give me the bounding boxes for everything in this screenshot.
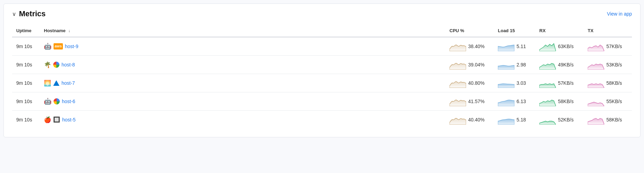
cpu-spark-svg (449, 115, 466, 125)
cpu-spark-svg (449, 60, 466, 70)
tx-spark-svg (588, 60, 604, 70)
tx-spark-svg (588, 115, 604, 125)
cpu-cell: 40.40% (445, 111, 494, 129)
uptime-cell: 9m 10s (12, 92, 40, 111)
rx-value: 52KB/s (558, 117, 574, 122)
rx-spark-svg (539, 60, 556, 70)
table-body: 9m 10s 🤖aws host-9 38.40% (12, 37, 632, 129)
table-row: 9m 10s 🤖aws host-9 38.40% (12, 37, 632, 56)
sunrise-icon: 🌅 (44, 80, 51, 86)
sort-icon-hostname: ↓ (68, 28, 70, 33)
cpu-spark-svg (449, 97, 466, 106)
col-header-hostname[interactable]: Hostname ↓ (40, 25, 445, 37)
rx-spark-svg (539, 78, 556, 88)
load15-cell: 2.98 (494, 56, 535, 74)
hostname-cell: 🌴 host-8 (40, 56, 445, 74)
hostname-link[interactable]: host-5 (62, 117, 76, 122)
tx-cell: 53KB/s (584, 56, 632, 74)
rx-value: 49KB/s (558, 62, 574, 67)
android-icon: 🤖 (44, 43, 51, 49)
load-spark-svg (498, 42, 514, 51)
rx-cell: 63KB/s (535, 37, 584, 56)
uptime-cell: 9m 10s (12, 111, 40, 129)
header-row: Uptime Hostname ↓ CPU % Load 15 RX TX (12, 25, 632, 37)
load15-value: 3.03 (517, 80, 526, 86)
apple-icon: 🍎 (44, 117, 51, 123)
cpu-spark-svg (449, 42, 466, 51)
hostname-cell: 🌅 host-7 (40, 74, 445, 92)
rx-value: 63KB/s (558, 44, 574, 49)
uptime-cell: 9m 10s (12, 37, 40, 56)
table-row: 9m 10s 🌅 host-7 40.80% (12, 74, 632, 92)
table-row: 9m 10s 🍎🔲 host-5 40.40% (12, 111, 632, 129)
col-header-tx: TX (584, 25, 632, 37)
rx-spark-svg (539, 42, 556, 51)
uptime-cell: 9m 10s (12, 56, 40, 74)
tx-value: 57KB/s (606, 44, 622, 49)
cpu-value: 40.80% (468, 80, 484, 86)
cpu-value: 38.40% (468, 44, 484, 49)
tx-value: 58KB/s (606, 117, 622, 122)
table-row: 9m 10s 🌴 host-8 39.04% (12, 56, 632, 74)
collapse-chevron[interactable]: ∨ (12, 11, 16, 17)
rx-cell: 58KB/s (535, 92, 584, 111)
table-header: Uptime Hostname ↓ CPU % Load 15 RX TX (12, 25, 632, 37)
tree-icon: 🌴 (44, 62, 51, 68)
panel-header: ∨ Metrics View in app (12, 9, 632, 18)
rx-cell: 57KB/s (535, 74, 584, 92)
cpu-spark-svg (449, 78, 466, 88)
col-header-uptime: Uptime (12, 25, 40, 37)
hostname-link[interactable]: host-7 (61, 80, 75, 86)
uptime-cell: 9m 10s (12, 74, 40, 92)
hostname-cell: 🍎🔲 host-5 (40, 111, 445, 129)
aws-icon: aws (54, 43, 63, 49)
rx-value: 57KB/s (558, 80, 574, 86)
load-spark-svg (498, 97, 514, 106)
tx-value: 58KB/s (606, 80, 622, 86)
tx-cell: 55KB/s (584, 92, 632, 111)
header-left: ∨ Metrics (12, 9, 46, 18)
load-spark-svg (498, 60, 514, 70)
tx-cell: 58KB/s (584, 111, 632, 129)
cpu-value: 40.40% (468, 117, 484, 122)
metrics-table: Uptime Hostname ↓ CPU % Load 15 RX TX (12, 25, 632, 129)
rx-spark-svg (539, 97, 556, 106)
load-spark-svg (498, 78, 514, 88)
cpu-cell: 39.04% (445, 56, 494, 74)
tx-spark-svg (588, 97, 604, 106)
rx-cell: 49KB/s (535, 56, 584, 74)
metrics-panel: ∨ Metrics View in app Uptime Hostname ↓ … (3, 3, 641, 137)
azure-icon (53, 80, 59, 86)
col-header-rx: RX (535, 25, 584, 37)
tx-spark-svg (588, 42, 604, 51)
table-row: 9m 10s 🤖 host-6 41.57% (12, 92, 632, 111)
rx-spark-svg (539, 115, 556, 125)
chrome-icon (53, 62, 59, 68)
hostname-link[interactable]: host-6 (62, 99, 75, 104)
rx-value: 58KB/s (558, 99, 574, 104)
tx-value: 53KB/s (606, 62, 622, 67)
view-in-app-link[interactable]: View in app (607, 11, 632, 17)
cpu-value: 39.04% (468, 62, 484, 67)
chip-icon: 🔲 (53, 117, 60, 122)
hostname-link[interactable]: host-8 (61, 62, 75, 67)
rx-cell: 52KB/s (535, 111, 584, 129)
load15-value: 5.11 (517, 44, 526, 49)
cpu-cell: 41.57% (445, 92, 494, 111)
load15-value: 5.18 (517, 117, 526, 122)
col-header-load15: Load 15 (494, 25, 535, 37)
tx-cell: 58KB/s (584, 74, 632, 92)
load-spark-svg (498, 115, 514, 125)
chrome-icon (54, 98, 60, 104)
hostname-link[interactable]: host-9 (65, 44, 78, 49)
android-icon: 🤖 (44, 98, 51, 104)
load15-value: 6.13 (517, 99, 526, 104)
load15-cell: 3.03 (494, 74, 535, 92)
tx-value: 55KB/s (606, 99, 622, 104)
load15-cell: 5.11 (494, 37, 535, 56)
load15-value: 2.98 (517, 62, 526, 67)
tx-cell: 57KB/s (584, 37, 632, 56)
cpu-cell: 38.40% (445, 37, 494, 56)
load15-cell: 5.18 (494, 111, 535, 129)
hostname-cell: 🤖aws host-9 (40, 37, 445, 56)
